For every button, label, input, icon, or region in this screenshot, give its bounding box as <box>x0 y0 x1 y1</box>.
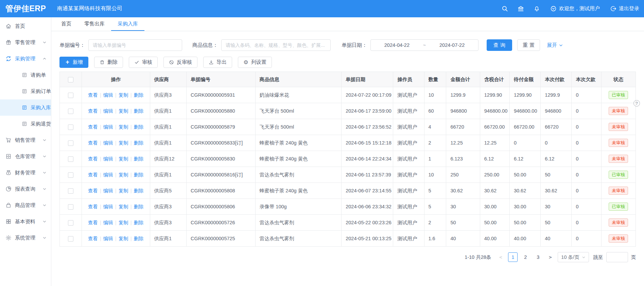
col-date: 单据日期 <box>342 72 393 87</box>
row-action-delete[interactable]: 删除 <box>134 204 143 209</box>
audit-button[interactable]: 审核 <box>129 57 158 68</box>
row-action-view[interactable]: 查看 <box>88 236 98 241</box>
sidebar-item-home[interactable]: 首页 <box>0 18 51 34</box>
sidebar-item-purchase-order[interactable]: 采购订单 <box>0 83 51 99</box>
cell-product: 录像带 100g <box>255 199 341 215</box>
row-action-delete[interactable]: 删除 <box>134 172 143 177</box>
date-from[interactable]: 2024-04-22 <box>384 42 410 48</box>
row-action-delete[interactable]: 删除 <box>134 108 143 114</box>
row-action-edit[interactable]: 编辑 <box>103 140 113 146</box>
tab-purchase-inbound[interactable]: 采购入库 <box>111 17 144 31</box>
row-action-copy[interactable]: 复制 <box>119 140 128 146</box>
row-action-view[interactable]: 查看 <box>88 172 98 177</box>
user-menu[interactable]: 欢迎您，测试用户 <box>550 5 600 12</box>
bank-icon[interactable] <box>518 5 524 12</box>
row-action-view[interactable]: 查看 <box>88 108 98 114</box>
row-action-delete[interactable]: 删除 <box>134 124 143 130</box>
search-icon[interactable] <box>502 5 508 12</box>
sidebar-item-retail-mgmt[interactable]: 零售管理 <box>0 34 51 51</box>
row-action-edit[interactable]: 编辑 <box>103 220 113 225</box>
row-action-copy[interactable]: 复制 <box>119 92 128 98</box>
next-page-button[interactable]: > <box>546 252 555 262</box>
row-checkbox[interactable] <box>68 172 73 178</box>
cell-amount: 66720 <box>446 119 480 135</box>
row-action-edit[interactable]: 编辑 <box>103 204 113 209</box>
sidebar-item-purchase-request[interactable]: 请购单 <box>0 67 51 83</box>
row-checkbox[interactable] <box>68 140 73 146</box>
row-checkbox[interactable] <box>68 188 73 194</box>
date-range-picker[interactable]: 2024-04-22 ~ 2024-07-22 <box>370 39 478 51</box>
export-button[interactable]: 导出 <box>203 57 232 68</box>
prev-page-button[interactable]: < <box>496 252 505 262</box>
select-all-checkbox[interactable] <box>68 77 73 82</box>
row-action-delete[interactable]: 删除 <box>134 236 143 241</box>
row-action-view[interactable]: 查看 <box>88 204 98 209</box>
row-action-delete[interactable]: 删除 <box>134 188 143 193</box>
logout-button[interactable]: 退出登录 <box>610 5 639 12</box>
column-settings-button[interactable]: ⚙ 列设置 <box>238 57 272 68</box>
row-action-edit[interactable]: 编辑 <box>103 156 113 161</box>
row-action-delete[interactable]: 删除 <box>134 140 143 146</box>
row-action-edit[interactable]: 编辑 <box>103 92 113 98</box>
row-action-view[interactable]: 查看 <box>88 124 98 130</box>
unaudit-button[interactable]: 反审核 <box>163 57 197 68</box>
row-action-copy[interactable]: 复制 <box>119 108 128 114</box>
sidebar-item-report-query[interactable]: 报表查询 <box>0 181 51 197</box>
row-action-copy[interactable]: 复制 <box>119 188 128 193</box>
row-action-copy[interactable]: 复制 <box>119 156 128 161</box>
row-checkbox[interactable] <box>68 109 73 114</box>
logout-label: 退出登录 <box>619 5 639 12</box>
row-action-copy[interactable]: 复制 <box>119 204 128 209</box>
sidebar-item-warehouse-mgmt[interactable]: 仓库管理 <box>0 148 51 165</box>
row-checkbox[interactable] <box>68 236 73 242</box>
row-checkbox[interactable] <box>68 125 73 130</box>
pie-icon <box>5 186 12 192</box>
sidebar-item-purchase-return[interactable]: 采购退货 <box>0 116 51 132</box>
row-action-delete[interactable]: 删除 <box>134 92 143 98</box>
sidebar-item-purchase-inbound[interactable]: 采购入库 <box>0 99 51 116</box>
row-action-view[interactable]: 查看 <box>88 140 98 146</box>
jump-page-input[interactable] <box>606 252 628 262</box>
row-action-copy[interactable]: 复制 <box>119 220 128 225</box>
page-button-2[interactable]: 2 <box>521 252 530 262</box>
row-checkbox[interactable] <box>68 204 73 210</box>
bill-no-input[interactable] <box>88 39 182 51</box>
search-button[interactable]: 查询 <box>487 39 512 51</box>
row-action-edit[interactable]: 编辑 <box>103 108 113 114</box>
sidebar-item-finance-mgmt[interactable]: 财务管理 <box>0 165 51 181</box>
row-action-delete[interactable]: 删除 <box>134 220 143 225</box>
row-action-edit[interactable]: 编辑 <box>103 188 113 193</box>
bell-icon[interactable] <box>534 5 540 12</box>
product-info-input[interactable] <box>221 39 331 51</box>
delete-button[interactable]: 删除 <box>94 57 123 68</box>
reset-button[interactable]: 重置 <box>517 39 540 51</box>
row-action-copy[interactable]: 复制 <box>119 236 128 241</box>
row-checkbox[interactable] <box>68 156 73 162</box>
tab-retail-outbound[interactable]: 零售出库 <box>78 17 111 31</box>
row-action-view[interactable]: 查看 <box>88 92 98 98</box>
row-checkbox[interactable] <box>68 93 73 98</box>
page-size-select[interactable]: 10 条/页 <box>558 252 589 262</box>
sidebar-item-sales-mgmt[interactable]: 销售管理 <box>0 132 51 148</box>
date-to[interactable]: 2024-07-22 <box>439 42 465 48</box>
row-action-view[interactable]: 查看 <box>88 220 98 225</box>
row-action-view[interactable]: 查看 <box>88 156 98 161</box>
sidebar-item-product-mgmt[interactable]: 商品管理 <box>0 197 51 213</box>
row-action-delete[interactable]: 删除 <box>134 156 143 161</box>
sidebar-item-system-mgmt[interactable]: 系统管理 <box>0 230 51 246</box>
tab-home[interactable]: 首页 <box>55 17 78 31</box>
row-action-copy[interactable]: 复制 <box>119 172 128 177</box>
row-action-view[interactable]: 查看 <box>88 188 98 193</box>
sidebar-item-basic-data[interactable]: 基本资料 <box>0 213 51 230</box>
page-button-3[interactable]: 3 <box>533 252 543 262</box>
page-button-1[interactable]: 1 <box>508 252 518 262</box>
row-checkbox[interactable] <box>68 220 73 226</box>
row-action-copy[interactable]: 复制 <box>119 124 128 130</box>
help-icon[interactable]: ? <box>633 100 640 107</box>
row-action-edit[interactable]: 编辑 <box>103 124 113 130</box>
sidebar-item-purchase-mgmt[interactable]: 采购管理 <box>0 51 51 67</box>
add-button[interactable]: + 新增 <box>59 57 88 68</box>
row-action-edit[interactable]: 编辑 <box>103 236 113 241</box>
row-action-edit[interactable]: 编辑 <box>103 172 113 177</box>
expand-link[interactable]: 展开 <box>547 42 563 49</box>
